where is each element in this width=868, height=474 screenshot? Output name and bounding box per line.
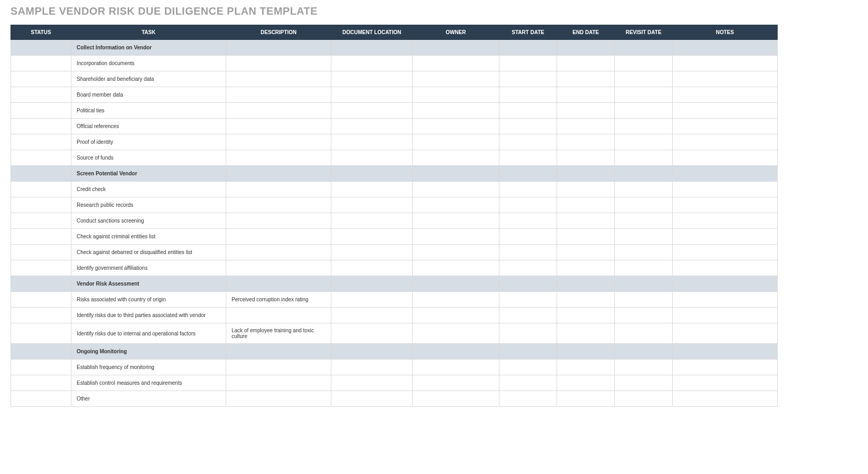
cell-doc_location[interactable] bbox=[331, 229, 413, 245]
cell-start_date[interactable] bbox=[499, 40, 557, 56]
cell-start_date[interactable] bbox=[499, 344, 557, 360]
cell-doc_location[interactable] bbox=[331, 260, 413, 276]
cell-doc_location[interactable] bbox=[331, 150, 413, 166]
cell-notes[interactable] bbox=[673, 308, 778, 323]
cell-notes[interactable] bbox=[673, 292, 778, 308]
cell-task[interactable]: Check against criminal entities list bbox=[71, 229, 226, 245]
cell-owner[interactable] bbox=[413, 56, 499, 71]
cell-description[interactable] bbox=[226, 87, 331, 103]
cell-description[interactable] bbox=[226, 40, 331, 56]
cell-task[interactable]: Source of funds bbox=[71, 150, 226, 166]
cell-doc_location[interactable] bbox=[331, 166, 413, 182]
cell-description[interactable] bbox=[226, 245, 331, 260]
cell-status[interactable] bbox=[11, 197, 71, 213]
cell-status[interactable] bbox=[11, 87, 71, 103]
cell-description[interactable] bbox=[226, 103, 331, 119]
cell-owner[interactable] bbox=[413, 245, 499, 260]
cell-doc_location[interactable] bbox=[331, 323, 413, 344]
cell-revisit_date[interactable] bbox=[615, 360, 673, 375]
cell-revisit_date[interactable] bbox=[615, 103, 673, 119]
cell-notes[interactable] bbox=[673, 229, 778, 245]
cell-owner[interactable] bbox=[413, 391, 499, 407]
cell-revisit_date[interactable] bbox=[615, 213, 673, 229]
cell-end_date[interactable] bbox=[557, 308, 615, 323]
cell-revisit_date[interactable] bbox=[615, 40, 673, 56]
cell-task[interactable]: Identify government affiliations bbox=[71, 260, 226, 276]
cell-description[interactable] bbox=[226, 229, 331, 245]
cell-description[interactable] bbox=[226, 344, 331, 360]
cell-task[interactable]: Official references bbox=[71, 119, 226, 134]
cell-doc_location[interactable] bbox=[331, 134, 413, 150]
cell-end_date[interactable] bbox=[557, 213, 615, 229]
cell-task[interactable]: Political ties bbox=[71, 103, 226, 119]
cell-owner[interactable] bbox=[413, 71, 499, 87]
cell-description[interactable] bbox=[226, 119, 331, 134]
cell-end_date[interactable] bbox=[557, 276, 615, 292]
cell-task[interactable]: Credit check bbox=[71, 182, 226, 197]
cell-task[interactable]: Shareholder and beneficiary data bbox=[71, 71, 226, 87]
cell-end_date[interactable] bbox=[557, 150, 615, 166]
cell-task[interactable]: Identify risks due to internal and opera… bbox=[71, 323, 226, 344]
cell-status[interactable] bbox=[11, 103, 71, 119]
cell-revisit_date[interactable] bbox=[615, 229, 673, 245]
cell-task[interactable]: Incorporation documents bbox=[71, 56, 226, 71]
cell-status[interactable] bbox=[11, 134, 71, 150]
cell-start_date[interactable] bbox=[499, 87, 557, 103]
cell-notes[interactable] bbox=[673, 213, 778, 229]
cell-doc_location[interactable] bbox=[331, 360, 413, 375]
cell-status[interactable] bbox=[11, 40, 71, 56]
cell-task[interactable]: Vendor Risk Assessment bbox=[71, 276, 226, 292]
cell-end_date[interactable] bbox=[557, 56, 615, 71]
cell-status[interactable] bbox=[11, 276, 71, 292]
cell-end_date[interactable] bbox=[557, 103, 615, 119]
cell-description[interactable]: Perceived corruption index rating bbox=[226, 292, 331, 308]
cell-end_date[interactable] bbox=[557, 134, 615, 150]
cell-status[interactable] bbox=[11, 360, 71, 375]
cell-end_date[interactable] bbox=[557, 375, 615, 391]
cell-start_date[interactable] bbox=[499, 103, 557, 119]
cell-doc_location[interactable] bbox=[331, 375, 413, 391]
cell-revisit_date[interactable] bbox=[615, 344, 673, 360]
cell-doc_location[interactable] bbox=[331, 245, 413, 260]
cell-start_date[interactable] bbox=[499, 360, 557, 375]
cell-owner[interactable] bbox=[413, 375, 499, 391]
cell-doc_location[interactable] bbox=[331, 182, 413, 197]
cell-start_date[interactable] bbox=[499, 134, 557, 150]
cell-end_date[interactable] bbox=[557, 245, 615, 260]
cell-description[interactable] bbox=[226, 360, 331, 375]
cell-notes[interactable] bbox=[673, 276, 778, 292]
cell-task[interactable]: Collect Information on Vendor bbox=[71, 40, 226, 56]
cell-start_date[interactable] bbox=[499, 229, 557, 245]
cell-notes[interactable] bbox=[673, 245, 778, 260]
cell-description[interactable] bbox=[226, 197, 331, 213]
cell-notes[interactable] bbox=[673, 71, 778, 87]
cell-notes[interactable] bbox=[673, 260, 778, 276]
cell-end_date[interactable] bbox=[557, 71, 615, 87]
cell-status[interactable] bbox=[11, 292, 71, 308]
cell-owner[interactable] bbox=[413, 344, 499, 360]
cell-revisit_date[interactable] bbox=[615, 71, 673, 87]
cell-owner[interactable] bbox=[413, 229, 499, 245]
cell-status[interactable] bbox=[11, 166, 71, 182]
cell-revisit_date[interactable] bbox=[615, 260, 673, 276]
cell-task[interactable]: Proof of identity bbox=[71, 134, 226, 150]
cell-task[interactable]: Establish frequency of monitoring bbox=[71, 360, 226, 375]
cell-status[interactable] bbox=[11, 229, 71, 245]
cell-notes[interactable] bbox=[673, 391, 778, 407]
cell-owner[interactable] bbox=[413, 213, 499, 229]
cell-start_date[interactable] bbox=[499, 119, 557, 134]
cell-description[interactable] bbox=[226, 150, 331, 166]
cell-revisit_date[interactable] bbox=[615, 391, 673, 407]
cell-description[interactable] bbox=[226, 276, 331, 292]
cell-doc_location[interactable] bbox=[331, 56, 413, 71]
cell-start_date[interactable] bbox=[499, 276, 557, 292]
cell-start_date[interactable] bbox=[499, 292, 557, 308]
cell-doc_location[interactable] bbox=[331, 213, 413, 229]
cell-owner[interactable] bbox=[413, 360, 499, 375]
cell-start_date[interactable] bbox=[499, 182, 557, 197]
cell-notes[interactable] bbox=[673, 103, 778, 119]
cell-status[interactable] bbox=[11, 344, 71, 360]
cell-owner[interactable] bbox=[413, 292, 499, 308]
cell-notes[interactable] bbox=[673, 375, 778, 391]
cell-end_date[interactable] bbox=[557, 119, 615, 134]
